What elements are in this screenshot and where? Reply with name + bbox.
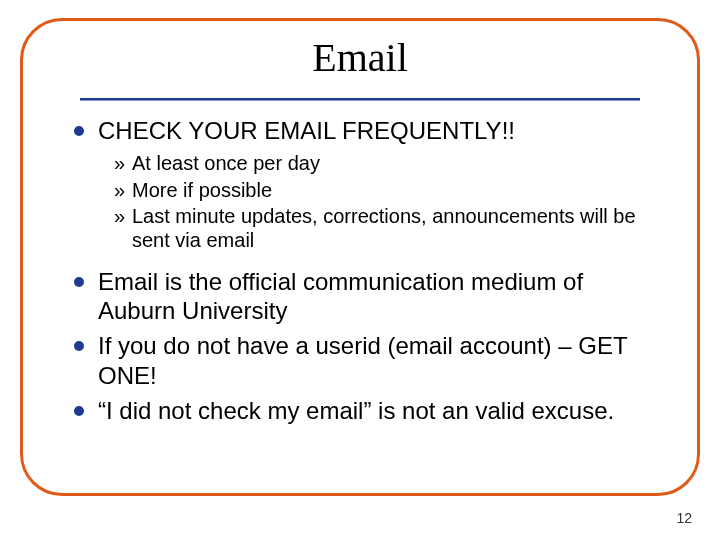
sub-bullet-text: More if possible	[132, 178, 660, 202]
sub-bullet-text: Last minute updates, corrections, announ…	[132, 204, 660, 253]
slide-title: Email	[0, 34, 720, 81]
bullet-text: If you do not have a userid (email accou…	[98, 331, 660, 390]
sub-bullet-item: » More if possible	[114, 178, 660, 202]
bullet-text: “I did not check my email” is not an val…	[98, 396, 660, 425]
sub-bullet-item: » At least once per day	[114, 151, 660, 175]
sub-bullet-icon: »	[114, 151, 132, 175]
bullet-icon	[74, 406, 84, 416]
sub-bullet-icon: »	[114, 178, 132, 202]
bullet-text: Email is the official communication medi…	[98, 267, 660, 326]
page-number: 12	[676, 510, 692, 526]
bullet-icon	[74, 126, 84, 136]
slide: Email CHECK YOUR EMAIL FREQUENTLY!! » At…	[0, 0, 720, 540]
bullet-text: CHECK YOUR EMAIL FREQUENTLY!!	[98, 116, 660, 145]
sub-bullet-text: At least once per day	[132, 151, 660, 175]
bullet-item: If you do not have a userid (email accou…	[74, 331, 660, 390]
bullet-icon	[74, 277, 84, 287]
slide-body: CHECK YOUR EMAIL FREQUENTLY!! » At least…	[74, 116, 660, 431]
sub-bullet-icon: »	[114, 204, 132, 228]
bullet-item: Email is the official communication medi…	[74, 267, 660, 326]
bullet-item: CHECK YOUR EMAIL FREQUENTLY!!	[74, 116, 660, 145]
title-underline	[80, 98, 640, 101]
bullet-item: “I did not check my email” is not an val…	[74, 396, 660, 425]
sub-bullet-list: » At least once per day » More if possib…	[114, 151, 660, 253]
sub-bullet-item: » Last minute updates, corrections, anno…	[114, 204, 660, 253]
bullet-icon	[74, 341, 84, 351]
